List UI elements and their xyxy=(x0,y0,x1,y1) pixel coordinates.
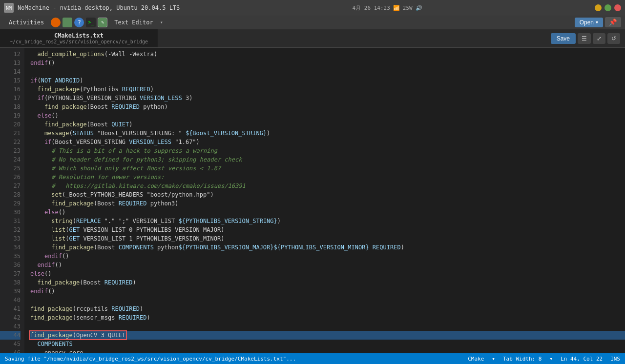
code-line: else() xyxy=(30,269,625,278)
open-dropdown-arrow[interactable]: ▾ xyxy=(596,20,598,25)
line-number: 31 xyxy=(0,217,21,225)
app-title: NoMachine - nvidia-desktop, Ubuntu 20.04… xyxy=(18,4,180,11)
line-number: 34 xyxy=(0,243,21,252)
code-line: endif() xyxy=(30,287,625,296)
line-number: 17 xyxy=(0,94,21,102)
tab-actions: Save ☰ ⤢ ↺ xyxy=(551,29,625,47)
language-selector[interactable]: CMake xyxy=(468,356,484,362)
line-number: 14 xyxy=(0,67,21,76)
line-number: 39 xyxy=(0,287,21,296)
line-number: 12 xyxy=(0,50,21,59)
line-number: 28 xyxy=(0,190,21,199)
line-number: 25 xyxy=(0,164,21,173)
code-line: find_package(sensor_msgs REQUIRED) xyxy=(30,313,625,322)
line-number: 13 xyxy=(0,59,21,67)
activities-menu[interactable]: Activities xyxy=(4,18,49,27)
text-editor-menu[interactable]: Text Editor xyxy=(109,18,158,27)
code-line: find_package(Boost REQUIRED) xyxy=(30,278,625,287)
titlebar: NM NoMachine - nvidia-desktop, Ubuntu 20… xyxy=(0,0,625,16)
code-line: if(PYTHONLIBS_VERSION_STRING VERSION_LES… xyxy=(30,94,625,102)
line-number: 41 xyxy=(0,304,21,313)
code-line: list(GET VERSION_LIST 0 PYTHONLIBS_VERSI… xyxy=(30,225,625,234)
menubar: Activities ? >_ ✎ Text Editor ▾ Open ▾ 📌 xyxy=(0,16,625,29)
close-button[interactable] xyxy=(614,4,621,11)
tab-action-refresh[interactable]: ↺ xyxy=(607,33,620,44)
tab-width-arrow[interactable]: ▾ xyxy=(549,356,553,362)
text-editor-arrow[interactable]: ▾ xyxy=(160,20,163,25)
line-number: 21 xyxy=(0,129,21,138)
highlighted-token: find_package(OpenCV 3 QUIET xyxy=(30,332,125,339)
terminal-icon: >_ xyxy=(86,18,96,27)
edit-mode: INS xyxy=(610,356,620,362)
code-line: add_compile_options(-Wall -Wextra) xyxy=(30,50,625,59)
open-label: Open xyxy=(580,19,594,26)
line-number: 18 xyxy=(0,102,21,111)
line-number: 45 xyxy=(0,340,21,348)
battery: 25W xyxy=(403,5,413,11)
line-number: 40 xyxy=(0,296,21,304)
minimize-button[interactable] xyxy=(595,4,602,11)
code-line: # Which should only affect Boost version… xyxy=(30,164,625,173)
line-number: 38 xyxy=(0,278,21,287)
line-number: 16 xyxy=(0,85,21,94)
sound-icon: 🔊 xyxy=(416,5,422,11)
code-line: # https://gitlab.kitware.com/cmake/cmake… xyxy=(30,182,625,190)
tab-action-restore[interactable]: ⤢ xyxy=(593,33,605,44)
code-line: if(NOT ANDROID) xyxy=(30,76,625,85)
statusbar-left: Saving file "/home/nvidia/cv_bridge_ros2… xyxy=(5,356,296,362)
code-line xyxy=(30,67,625,76)
pin-button[interactable]: 📌 xyxy=(605,17,621,27)
maximize-button[interactable] xyxy=(604,4,611,11)
code-line: else() xyxy=(30,111,625,120)
code-line: COMPONENTS xyxy=(30,340,625,348)
line-number: 20 xyxy=(0,120,21,129)
line-number: 37 xyxy=(0,269,21,278)
code-line: else() xyxy=(30,208,625,217)
line-number: 15 xyxy=(0,76,21,85)
line-number: 27 xyxy=(0,182,21,190)
filepath: ~/cv_bridge_ros2_ws/src/vision_opencv/cv… xyxy=(10,39,148,44)
statusbar: Saving file "/home/nvidia/cv_bridge_ros2… xyxy=(0,353,625,364)
code-line: # This is a bit of a hack to suppress a … xyxy=(30,146,625,155)
code-line: endif() xyxy=(30,261,625,269)
datetime: 4月 26 14:23 xyxy=(353,4,390,12)
tab-width[interactable]: Tab Width: 8 xyxy=(503,356,542,362)
code-line: find_package(OpenCV 3 QUIET xyxy=(30,331,625,340)
line-number: 35 xyxy=(0,252,21,261)
tab-action-menu[interactable]: ☰ xyxy=(578,33,591,44)
code-area[interactable]: add_compile_options(-Wall -Wextra)endif(… xyxy=(24,48,625,353)
code-line: message(STATUS "Boost_VERSION_STRING: " … xyxy=(30,129,625,138)
tabbar: CMakeLists.txt ~/cv_bridge_ros2_ws/src/v… xyxy=(0,29,625,48)
line-number: 44 xyxy=(0,331,21,340)
code-line: # No header defined for python3; skippin… xyxy=(30,155,625,164)
open-button[interactable]: Open ▾ xyxy=(575,18,603,27)
filename: CMakeLists.txt xyxy=(54,32,104,39)
code-line: set(_Boost_PYTHON3_HEADERS "boost/python… xyxy=(30,190,625,199)
code-line: find_package(Boost REQUIRED python) xyxy=(30,102,625,111)
line-numbers: 1213141516171819202122232425262728293031… xyxy=(0,48,24,353)
code-line: find_package(Boost COMPONENTS python${PY… xyxy=(30,243,625,252)
code-line: if(Boost_VERSION_STRING VERSION_LESS "1.… xyxy=(30,138,625,146)
language-arrow[interactable]: ▾ xyxy=(492,356,495,362)
code-line xyxy=(30,322,625,331)
code-line xyxy=(30,296,625,304)
save-button[interactable]: Save xyxy=(551,33,576,44)
titlebar-right xyxy=(595,4,621,11)
code-line: # Resolution for newer versions: xyxy=(30,173,625,182)
file-tab[interactable]: CMakeLists.txt ~/cv_bridge_ros2_ws/src/v… xyxy=(0,29,158,47)
firefox-icon xyxy=(51,18,61,27)
code-line: opencv_core xyxy=(30,348,625,353)
line-number: 32 xyxy=(0,225,21,234)
code-line: list(GET VERSION_LIST 1 PYTHONLIBS_VERSI… xyxy=(30,234,625,243)
code-line: find_package(PythonLibs REQUIRED) xyxy=(30,85,625,94)
help-icon: ? xyxy=(74,18,84,27)
line-number: 19 xyxy=(0,111,21,120)
line-number: 46 xyxy=(0,348,21,353)
files-icon xyxy=(62,18,72,27)
line-number: 33 xyxy=(0,234,21,243)
line-number: 43 xyxy=(0,322,21,331)
editor: 1213141516171819202122232425262728293031… xyxy=(0,48,625,353)
network-icon: 📶 xyxy=(393,5,400,11)
line-number: 36 xyxy=(0,261,21,269)
code-line: find_package(Boost REQUIRED python3) xyxy=(30,199,625,208)
